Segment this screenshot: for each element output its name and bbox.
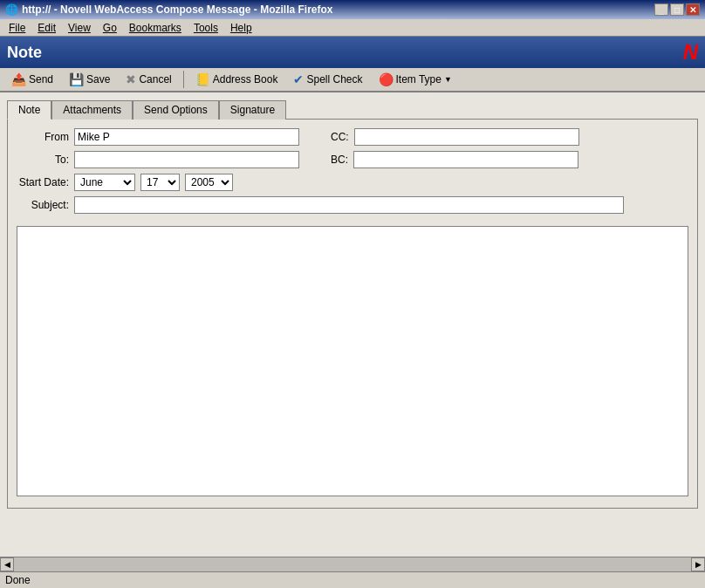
main-wrapper: 🌐 http:// - Novell WebAccess Compose Mes…: [0, 0, 705, 588]
maximize-button[interactable]: □: [670, 3, 684, 16]
subject-field[interactable]: [74, 196, 624, 214]
to-field[interactable]: [74, 151, 299, 168]
send-icon: 📤: [11, 72, 26, 86]
start-date-label: Start Date:: [17, 176, 69, 188]
menu-bookmarks[interactable]: Bookmarks: [124, 21, 187, 35]
spellcheck-icon: ✔: [293, 72, 304, 86]
menu-edit[interactable]: Edit: [32, 21, 61, 35]
save-label: Save: [86, 73, 110, 85]
itemtype-icon: 🔴: [379, 72, 394, 86]
menu-help[interactable]: Help: [225, 21, 257, 35]
title-bar: 🌐 http:// - Novell WebAccess Compose Mes…: [0, 0, 705, 19]
year-select[interactable]: 200320042005 20062007: [185, 174, 233, 191]
toolbar: 📤 Send 💾 Save ✖ Cancel 📒 Address Book ✔ …: [0, 68, 705, 92]
from-label: From: [17, 131, 69, 143]
message-body[interactable]: [17, 226, 688, 496]
app-header: Note N: [0, 37, 705, 68]
dropdown-arrow-icon: ▼: [444, 75, 452, 84]
minimize-button[interactable]: _: [654, 3, 668, 16]
app-title: Note: [7, 44, 42, 62]
menu-tools[interactable]: Tools: [188, 21, 223, 35]
tab-attachments[interactable]: Attachments: [51, 100, 133, 120]
tab-note[interactable]: Note: [7, 100, 51, 120]
save-button[interactable]: 💾 Save: [63, 70, 116, 89]
spell-check-label: Spell Check: [306, 73, 362, 85]
menu-file[interactable]: File: [3, 21, 31, 35]
month-select[interactable]: JanuaryFebruaryMarch AprilMayJune JulyAu…: [74, 174, 135, 191]
to-label: To:: [17, 154, 69, 166]
item-type-button[interactable]: 🔴 Item Type ▼: [373, 70, 458, 89]
address-book-button[interactable]: 📒 Address Book: [189, 70, 284, 89]
title-bar-left: 🌐 http:// - Novell WebAccess Compose Mes…: [5, 3, 333, 16]
tab-send-options[interactable]: Send Options: [133, 100, 219, 120]
from-field[interactable]: [74, 128, 299, 146]
cancel-label: Cancel: [139, 73, 171, 85]
subject-label: Subject:: [17, 199, 69, 211]
scroll-track[interactable]: [14, 557, 691, 571]
tab-content: From CC: To: BC: Start Date: JanuaryFebr…: [7, 119, 698, 509]
day-select[interactable]: 12345 678910 1112131415 1617181920 21222…: [140, 174, 180, 191]
tab-signature[interactable]: Signature: [219, 100, 286, 120]
menu-view[interactable]: View: [63, 21, 96, 35]
item-type-label: Item Type: [396, 73, 441, 85]
bc-label: BC:: [331, 154, 348, 166]
content-area: Note Attachments Send Options Signature …: [0, 92, 705, 557]
title-bar-controls: _ □ ✕: [654, 3, 700, 16]
send-button[interactable]: 📤 Send: [5, 70, 59, 89]
cc-label: CC:: [331, 131, 349, 143]
menu-bar: File Edit View Go Bookmarks Tools Help: [0, 19, 705, 37]
address-book-label: Address Book: [213, 73, 278, 85]
status-bar: Done: [0, 571, 705, 588]
spell-check-button[interactable]: ✔ Spell Check: [287, 70, 368, 89]
save-icon: 💾: [69, 72, 84, 86]
tabs: Note Attachments Send Options Signature: [7, 99, 698, 119]
menu-go[interactable]: Go: [98, 21, 122, 35]
horizontal-scrollbar[interactable]: ◀ ▶: [0, 557, 705, 571]
novell-logo: N: [683, 40, 698, 65]
scroll-right-button[interactable]: ▶: [691, 557, 705, 571]
send-label: Send: [29, 73, 53, 85]
toolbar-sep-1: [183, 71, 184, 88]
scroll-left-button[interactable]: ◀: [0, 557, 14, 571]
close-button[interactable]: ✕: [686, 3, 700, 16]
addressbook-icon: 📒: [195, 72, 210, 86]
cancel-icon: ✖: [126, 72, 136, 86]
cc-field[interactable]: [354, 128, 579, 146]
window-title: http:// - Novell WebAccess Compose Messa…: [22, 3, 333, 16]
cancel-button[interactable]: ✖ Cancel: [120, 70, 177, 89]
status-text: Done: [5, 574, 31, 586]
bc-field[interactable]: [353, 151, 578, 168]
browser-icon: 🌐: [5, 3, 18, 16]
